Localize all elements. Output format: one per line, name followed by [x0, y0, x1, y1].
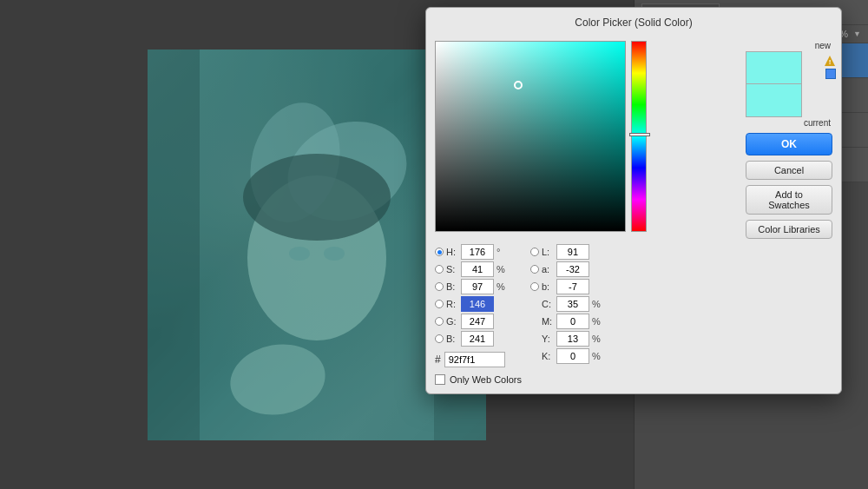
m-input[interactable]	[556, 314, 589, 329]
rgb-b-radio[interactable]	[435, 334, 444, 343]
rgb-b-input[interactable]	[461, 331, 494, 347]
h-radio[interactable]	[435, 248, 444, 256]
left-values: H: ° S: % B: % R:	[435, 244, 522, 385]
gamut-warning: !	[824, 55, 836, 69]
r-input[interactable]	[461, 296, 494, 312]
r-row: R:	[435, 296, 522, 312]
m-row: M: %	[530, 314, 602, 329]
ok-button[interactable]: OK	[746, 133, 832, 155]
svg-text:!: !	[829, 58, 832, 66]
b-row: B: %	[435, 279, 522, 294]
picker-and-hue	[435, 41, 647, 232]
k-input[interactable]	[556, 348, 589, 364]
hex-input[interactable]	[444, 352, 505, 367]
g-radio[interactable]	[435, 317, 444, 326]
g-row: G:	[435, 314, 522, 329]
l-radio[interactable]	[530, 248, 539, 256]
lab-b-input[interactable]	[556, 279, 589, 294]
web-colors-row: Only Web Colors	[435, 374, 522, 385]
l-row: L:	[530, 244, 602, 260]
s-input[interactable]	[461, 261, 494, 277]
right-values: L: a: b: C: %	[530, 244, 602, 385]
fill-arrow[interactable]: ▼	[853, 30, 861, 38]
lab-b-radio[interactable]	[530, 282, 539, 291]
l-input[interactable]	[556, 244, 589, 260]
swatch-new[interactable]	[746, 51, 802, 84]
current-label: current	[746, 118, 832, 128]
s-row: S: %	[435, 261, 522, 277]
cancel-button[interactable]: Cancel	[746, 161, 832, 180]
lab-b-row: b:	[530, 279, 602, 294]
hue-thumb	[629, 133, 650, 136]
h-row: H: °	[435, 244, 522, 260]
b-input[interactable]	[461, 279, 494, 294]
lab-a-radio[interactable]	[530, 265, 539, 274]
web-colors-label: Only Web Colors	[450, 374, 522, 385]
canvas-area: Color Picker (Solid Color) new	[0, 0, 634, 489]
swatch-stack	[746, 51, 802, 117]
web-color-cube	[825, 69, 836, 79]
hue-slider[interactable]	[631, 41, 647, 232]
y-row: Y: %	[530, 331, 602, 347]
h-input[interactable]	[461, 244, 494, 260]
color-libraries-button[interactable]: Color Libraries	[746, 220, 832, 239]
g-input[interactable]	[461, 314, 494, 329]
y-input[interactable]	[556, 331, 589, 347]
bottom-values-area: H: ° S: % B: % R:	[435, 244, 832, 385]
c-input[interactable]	[556, 296, 589, 312]
swatch-current[interactable]	[746, 84, 802, 117]
color-gradient-picker[interactable]	[435, 41, 626, 232]
k-row: K: %	[530, 348, 602, 364]
b-radio[interactable]	[435, 282, 444, 291]
add-swatches-button[interactable]: Add to Swatches	[746, 185, 832, 215]
dialog-buttons: OK Cancel Add to Swatches Color Librarie…	[746, 133, 832, 239]
preview-and-buttons: new current !	[746, 41, 832, 239]
c-row: C: %	[530, 296, 602, 312]
dialog-title: Color Picker (Solid Color)	[435, 17, 832, 34]
color-picker-dialog: Color Picker (Solid Color) new	[425, 7, 842, 394]
swatch-area: new current !	[746, 41, 832, 128]
lab-a-row: a:	[530, 261, 602, 277]
hex-row: #	[435, 352, 522, 367]
lab-a-input[interactable]	[556, 261, 589, 277]
s-radio[interactable]	[435, 265, 444, 274]
web-colors-checkbox[interactable]	[435, 374, 445, 385]
r-radio[interactable]	[435, 300, 444, 308]
new-label: new	[746, 41, 832, 50]
rgb-b-row: B:	[435, 331, 522, 347]
